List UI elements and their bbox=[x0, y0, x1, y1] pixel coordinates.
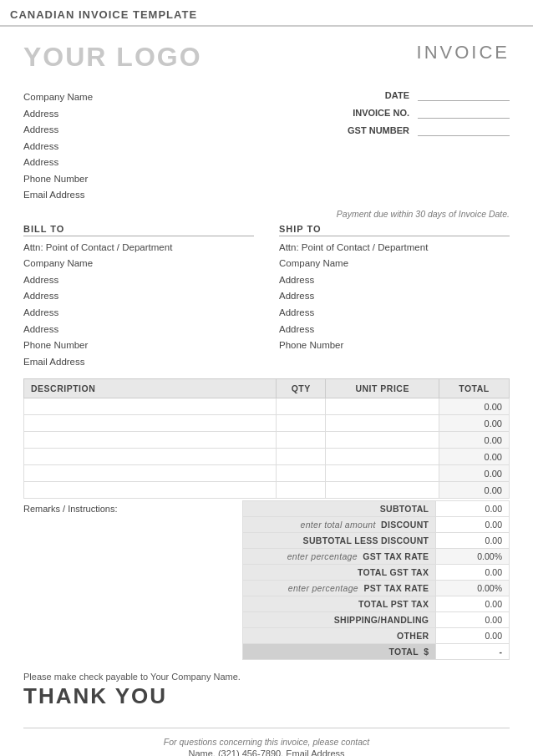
gst-rate-row: enter percentage GST TAX RATE 0.00% bbox=[243, 549, 510, 565]
from-phone: Phone Number bbox=[23, 171, 93, 188]
subtotal-less-discount-row: SUBTOTAL LESS DISCOUNT 0.00 bbox=[243, 533, 510, 549]
subtotal-less-discount-label: SUBTOTAL LESS DISCOUNT bbox=[243, 533, 436, 549]
row-desc[interactable] bbox=[24, 415, 277, 432]
date-value[interactable] bbox=[418, 89, 510, 101]
ship-to-info: Attn: Point of Contact / Department Comp… bbox=[279, 240, 510, 354]
pst-rate-val: 0.00% bbox=[436, 581, 510, 596]
row-total: 0.00 bbox=[439, 432, 509, 449]
shipping-row: SHIPPING/HANDLING 0.00 bbox=[243, 612, 510, 628]
shipping-label: SHIPPING/HANDLING bbox=[243, 612, 436, 628]
bottom-italic-line: For questions concerning this invoice, p… bbox=[23, 737, 510, 747]
ship-address2: Address bbox=[279, 288, 510, 305]
other-val: 0.00 bbox=[436, 628, 510, 644]
row-qty[interactable] bbox=[277, 449, 326, 465]
gst-number-label: GST NUMBER bbox=[348, 125, 409, 135]
totals-table: SUBTOTAL 0.00 enter total amount DISCOUN… bbox=[242, 500, 510, 660]
invoice-no-value[interactable] bbox=[418, 107, 510, 119]
footer-section: Please make check payable to Your Compan… bbox=[23, 672, 510, 709]
bottom-contact-info: Name, (321) 456-7890, Email Address bbox=[23, 748, 510, 756]
row-total: 0.00 bbox=[439, 482, 509, 499]
bill-email: Email Address bbox=[23, 354, 254, 371]
row-desc[interactable] bbox=[24, 449, 277, 465]
page-title: CANADIAN INVOICE TEMPLATE bbox=[10, 8, 197, 21]
from-address1: Address bbox=[23, 106, 93, 123]
total-label: TOTAL $ bbox=[243, 644, 436, 660]
from-section: Company Name Address Address Address Add… bbox=[23, 89, 510, 204]
total-gst-label: TOTAL GST TAX bbox=[243, 565, 436, 581]
discount-label: enter total amount DISCOUNT bbox=[243, 517, 436, 533]
top-bar: CANADIAN INVOICE TEMPLATE bbox=[0, 0, 533, 27]
row-total: 0.00 bbox=[439, 398, 509, 415]
total-row: TOTAL $ - bbox=[243, 644, 510, 660]
discount-val: 0.00 bbox=[436, 517, 510, 533]
row-unit-price[interactable] bbox=[326, 415, 439, 432]
table-row: 0.00 bbox=[24, 432, 510, 449]
row-qty[interactable] bbox=[277, 415, 326, 432]
total-pst-label: TOTAL PST TAX bbox=[243, 596, 436, 612]
row-desc[interactable] bbox=[24, 465, 277, 482]
bill-ship-section: BILL TO Attn: Point of Contact / Departm… bbox=[23, 224, 510, 370]
subtotal-row: SUBTOTAL 0.00 bbox=[243, 501, 510, 517]
ship-address3: Address bbox=[279, 305, 510, 322]
ship-address1: Address bbox=[279, 272, 510, 289]
row-unit-price[interactable] bbox=[326, 449, 439, 465]
date-label: DATE bbox=[385, 90, 409, 100]
payable-note: Please make check payable to Your Compan… bbox=[23, 672, 241, 682]
date-row: DATE bbox=[348, 89, 510, 101]
gst-number-row: GST NUMBER bbox=[348, 124, 510, 136]
col-qty: QTY bbox=[277, 379, 326, 398]
table-row: 0.00 bbox=[24, 398, 510, 415]
bill-company: Company Name bbox=[23, 256, 254, 272]
table-row: 0.00 bbox=[24, 449, 510, 465]
row-qty[interactable] bbox=[277, 398, 326, 415]
from-address3: Address bbox=[23, 139, 93, 155]
invoice-body: YOUR LOGO INVOICE Company Name Address A… bbox=[0, 27, 533, 756]
row-total: 0.00 bbox=[439, 465, 509, 482]
pst-rate-label: enter percentage PST TAX RATE bbox=[243, 581, 436, 596]
subtotal-val: 0.00 bbox=[436, 501, 510, 517]
table-row: 0.00 bbox=[24, 415, 510, 432]
ship-phone: Phone Number bbox=[279, 337, 510, 354]
bill-col: BILL TO Attn: Point of Contact / Departm… bbox=[23, 224, 254, 370]
bill-phone: Phone Number bbox=[23, 337, 254, 354]
remarks-label: Remarks / Instructions: bbox=[23, 504, 117, 514]
row-desc[interactable] bbox=[24, 432, 277, 449]
date-fields: DATE INVOICE NO. GST NUMBER bbox=[348, 89, 510, 142]
row-total: 0.00 bbox=[439, 415, 509, 432]
ship-col: SHIP TO Attn: Point of Contact / Departm… bbox=[279, 224, 510, 370]
row-unit-price[interactable] bbox=[326, 432, 439, 449]
thank-you-col: Please make check payable to Your Compan… bbox=[23, 672, 241, 709]
row-qty[interactable] bbox=[277, 482, 326, 499]
row-unit-price[interactable] bbox=[326, 482, 439, 499]
from-address4: Address bbox=[23, 155, 93, 171]
row-desc[interactable] bbox=[24, 398, 277, 415]
from-address2: Address bbox=[23, 122, 93, 139]
col-unit-price: UNIT PRICE bbox=[326, 379, 439, 398]
company-name: Company Name bbox=[23, 89, 93, 106]
row-unit-price[interactable] bbox=[326, 398, 439, 415]
total-val: - bbox=[436, 644, 510, 660]
bill-address2: Address bbox=[23, 288, 254, 305]
payment-note: Payment due within 30 days of Invoice Da… bbox=[23, 209, 510, 219]
bill-to-info: Attn: Point of Contact / Department Comp… bbox=[23, 240, 254, 370]
row-total: 0.00 bbox=[439, 449, 509, 465]
row-qty[interactable] bbox=[277, 465, 326, 482]
total-gst-val: 0.00 bbox=[436, 565, 510, 581]
total-pst-row: TOTAL PST TAX 0.00 bbox=[243, 596, 510, 612]
total-pst-val: 0.00 bbox=[436, 596, 510, 612]
row-desc[interactable] bbox=[24, 482, 277, 499]
row-qty[interactable] bbox=[277, 432, 326, 449]
invoice-no-row: INVOICE NO. bbox=[348, 107, 510, 119]
discount-row: enter total amount DISCOUNT 0.00 bbox=[243, 517, 510, 533]
gst-number-value[interactable] bbox=[418, 124, 510, 136]
col-total: TOTAL bbox=[439, 379, 509, 398]
subtotal-less-discount-val: 0.00 bbox=[436, 533, 510, 549]
table-row: 0.00 bbox=[24, 465, 510, 482]
totals-section: Remarks / Instructions: SUBTOTAL 0.00 en… bbox=[23, 500, 510, 660]
bill-address1: Address bbox=[23, 272, 254, 289]
row-unit-price[interactable] bbox=[326, 465, 439, 482]
ship-to-label: SHIP TO bbox=[279, 224, 510, 236]
bottom-contact: For questions concerning this invoice, p… bbox=[23, 728, 510, 756]
table-row: 0.00 bbox=[24, 482, 510, 499]
gst-rate-label: enter percentage GST TAX RATE bbox=[243, 549, 436, 565]
